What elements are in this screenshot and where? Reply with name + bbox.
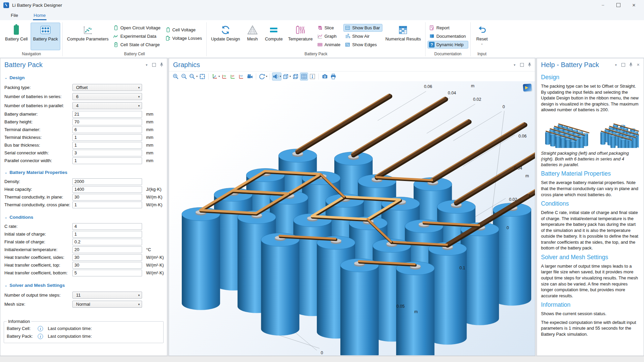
field-label: Initial state of charge: <box>4 232 72 237</box>
packing-type-select[interactable]: Offset▾ <box>72 84 142 91</box>
section-conditions[interactable]: ⌄Conditions <box>0 211 167 222</box>
cell-state-of-charge-button[interactable]: Cell State of Charge <box>111 41 163 49</box>
open-circuit-voltage-button[interactable]: Open Circuit Voltage <box>111 24 163 32</box>
help-heading-information: Information <box>541 301 639 308</box>
field-label: Thermal conductivity, in plane: <box>4 194 72 200</box>
battery-cell-button[interactable]: Battery Cell <box>3 23 30 50</box>
scene-light-toggle[interactable]: ▾ <box>272 72 281 81</box>
pin-icon[interactable] <box>159 63 164 67</box>
heat-transfer-top-input[interactable] <box>72 262 142 269</box>
voltage-losses-button[interactable]: Voltage Losses <box>164 34 204 42</box>
print-button[interactable] <box>329 72 337 81</box>
axis-unit: m <box>414 309 417 314</box>
heat-capacity-input[interactable] <box>72 186 142 193</box>
view-yz-button[interactable]: yz <box>229 72 237 81</box>
section-solver-mesh[interactable]: ⌄Solver and Mesh Settings <box>0 279 167 291</box>
ribbon-group-battery-cell: Compute Parameters Open Circuit Voltage … <box>63 21 206 58</box>
mesh-size-select[interactable]: Normal▾ <box>72 301 142 308</box>
serial-connector-width-input[interactable] <box>72 150 142 156</box>
thermal-conductivity-in-plane-input[interactable] <box>72 194 142 201</box>
terminal-thickness-input[interactable] <box>72 134 142 141</box>
compute-parameters-button[interactable]: Compute Parameters <box>65 23 111 50</box>
minimize-button[interactable] <box>600 2 606 8</box>
bus-bar-thickness-input[interactable] <box>72 142 142 149</box>
view-xz-button[interactable]: xz <box>237 72 245 81</box>
numerical-results-button[interactable]: Numerical Results <box>383 23 423 50</box>
environment-button[interactable]: ▾ <box>282 72 291 81</box>
animate-button[interactable]: Animate <box>316 41 343 49</box>
chevron-down-icon: ▾ <box>138 294 140 297</box>
documentation-button[interactable]: Documentation <box>428 32 468 40</box>
tab-file[interactable]: File <box>9 11 20 20</box>
battery-height-input[interactable] <box>72 119 142 125</box>
slice-button[interactable]: Slice <box>316 24 343 32</box>
heat-transfer-sides-input[interactable] <box>72 254 142 261</box>
show-bus-bar-toggle[interactable]: Show Bus Bar <box>343 24 382 32</box>
default-view-button[interactable]: ▾ <box>211 72 220 81</box>
view-orientation-icon[interactable] <box>523 84 532 92</box>
panel-menu-icon[interactable] <box>144 63 149 67</box>
show-edges-toggle[interactable]: Show Edges <box>343 41 382 49</box>
show-air-toggle[interactable]: Show Air <box>343 32 382 40</box>
zoom-box-button[interactable]: ▾ <box>189 72 198 81</box>
heat-transfer-bottom-input[interactable] <box>72 270 142 276</box>
reset-button[interactable]: Reset ⌄ <box>473 23 492 50</box>
zoom-in-button[interactable] <box>172 72 180 81</box>
transparency-button[interactable] <box>292 72 300 81</box>
field-label: Mesh size: <box>4 302 72 307</box>
batteries-in-parallel-select[interactable]: 4▾ <box>72 102 142 109</box>
close-panel-icon[interactable] <box>636 63 640 67</box>
show-grid-toggle[interactable] <box>300 72 308 81</box>
temperature-button[interactable]: Temperature <box>286 23 315 50</box>
parallel-connector-width-input[interactable] <box>72 157 142 164</box>
panel-menu-icon[interactable] <box>512 63 517 67</box>
tab-home[interactable]: Home <box>32 11 48 20</box>
ribbon-group-battery-pack: Update Design Mesh Compute Temperature S… <box>207 21 425 58</box>
battery-pack-button[interactable]: Battery Pack <box>31 23 60 50</box>
view-xy-button[interactable]: xy <box>221 72 229 81</box>
field-label: Number of batteries in parallel: <box>4 103 72 108</box>
field-label: Heat transfer coefficient, top: <box>4 263 72 268</box>
zoom-out-button[interactable] <box>180 72 188 81</box>
battery-bolt-icon <box>113 42 118 48</box>
maximize-button[interactable] <box>615 2 622 8</box>
float-panel-icon[interactable] <box>152 63 156 67</box>
batteries-in-series-select[interactable]: 6▾ <box>72 93 142 100</box>
battery-pack-icon <box>40 24 50 36</box>
field-label: C rate: <box>4 224 72 229</box>
battery-diameter-input[interactable] <box>72 111 142 118</box>
float-panel-icon[interactable] <box>621 63 625 67</box>
graph-button[interactable]: Graph <box>316 32 343 40</box>
pin-icon[interactable] <box>527 63 532 67</box>
axis-orientation-button[interactable] <box>308 72 316 81</box>
compute-button[interactable]: Compute <box>263 23 285 50</box>
section-design[interactable]: ⌄Design <box>0 72 167 83</box>
output-time-steps-select[interactable]: 11▾ <box>72 292 142 299</box>
density-input[interactable] <box>72 178 142 185</box>
rotate-button[interactable]: ▾ <box>258 72 268 81</box>
panel-menu-icon[interactable] <box>614 63 618 67</box>
zoom-extents-button[interactable] <box>198 72 206 81</box>
update-design-button[interactable]: Update Design <box>209 23 242 50</box>
axis-tick: 0.04 <box>514 166 522 171</box>
initial-state-of-charge-input[interactable] <box>72 231 142 238</box>
float-panel-icon[interactable] <box>520 63 524 67</box>
snapshot-button[interactable] <box>321 72 329 81</box>
section-battery-material-properties[interactable]: ⌄Battery Material Properties <box>0 167 167 178</box>
cell-voltage-button[interactable]: Cell Voltage <box>164 26 204 34</box>
final-state-of-charge-input[interactable] <box>72 239 142 245</box>
terminal-diameter-input[interactable] <box>72 126 142 133</box>
initial-external-temperature-input[interactable] <box>72 246 142 253</box>
close-button[interactable] <box>631 2 637 8</box>
pin-icon[interactable] <box>629 63 633 67</box>
camera-view-button[interactable] <box>246 72 254 81</box>
mesh-button[interactable]: Mesh <box>243 23 262 50</box>
table-icon <box>398 24 408 36</box>
experimental-data-button[interactable]: Experimental Data <box>111 32 163 40</box>
c-rate-input[interactable] <box>72 223 142 230</box>
chevron-down-icon: ▾ <box>280 75 281 78</box>
report-button[interactable]: Report <box>428 24 468 32</box>
dynamic-help-toggle[interactable]: Dynamic Help <box>428 41 468 49</box>
thermal-conductivity-cross-plane-input[interactable] <box>72 202 142 208</box>
graphics-canvas[interactable]: 0.06 0.04 0.02 0 m 0.06 0.04 m 0.02 0 0.… <box>169 81 535 356</box>
